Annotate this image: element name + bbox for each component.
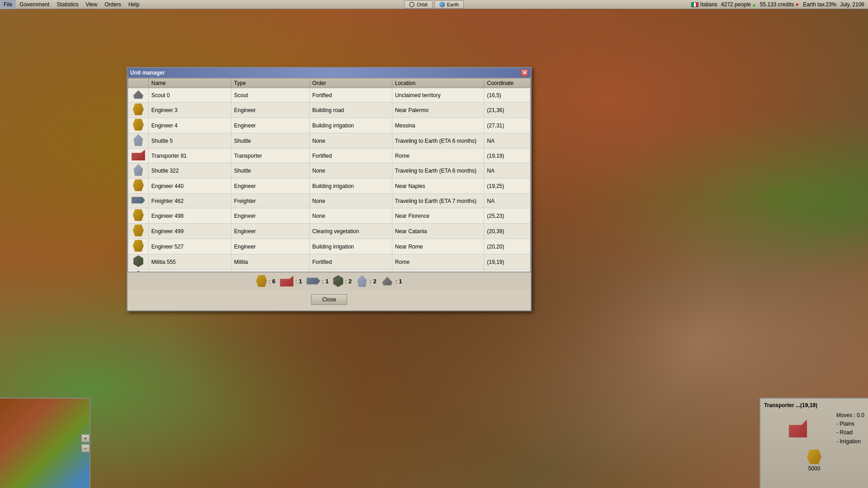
unit-coordinate: (25,23) bbox=[484, 208, 530, 224]
table-row[interactable]: Engineer 440EngineerBuilding irrigationN… bbox=[128, 178, 530, 194]
italian-flag bbox=[691, 2, 698, 7]
unit-name: Shuttle 5 bbox=[148, 133, 231, 149]
unit-icon-freighter bbox=[132, 195, 145, 206]
unit-info-icon bbox=[789, 419, 807, 437]
window-close-button[interactable]: ✕ bbox=[521, 69, 528, 76]
unit-icon-shuttle bbox=[132, 134, 144, 146]
summary-colon2: : bbox=[295, 278, 297, 285]
close-btn-container: Close bbox=[127, 290, 531, 310]
table-row[interactable]: Engineer 498EngineerNoneNear Florence(25… bbox=[128, 208, 530, 224]
top-center-buttons: Orbit Earth bbox=[404, 0, 464, 9]
unit-order: Fortified bbox=[309, 88, 392, 103]
unit-location: Rome bbox=[392, 254, 484, 270]
summary-engineer-count: 6 bbox=[272, 278, 275, 285]
unit-coordinate: NA bbox=[484, 194, 530, 208]
mini-map: + − bbox=[0, 398, 90, 488]
unit-coordinate: (27,31) bbox=[484, 118, 530, 133]
unit-location: Near Rome bbox=[392, 239, 484, 254]
menu-help[interactable]: Help bbox=[125, 0, 143, 9]
close-button[interactable]: Close bbox=[311, 294, 348, 305]
unit-type: Shuttle bbox=[231, 163, 309, 178]
unit-coordinate: (19,19) bbox=[484, 149, 530, 163]
unit-name: Engineer 527 bbox=[148, 239, 231, 254]
unit-name: Engineer 3 bbox=[148, 103, 231, 118]
window-title: Unit manager bbox=[130, 70, 165, 76]
unit-order: None bbox=[309, 133, 392, 149]
table-row[interactable]: Engineer 4EngineerBuilding irrigationMes… bbox=[128, 118, 530, 133]
summary-colon6: : bbox=[396, 278, 397, 285]
unit-icon-cell bbox=[128, 208, 149, 224]
unit-order: None bbox=[309, 208, 392, 224]
table-row[interactable]: Militia 555MilitiaFortifiedRome(19,19) bbox=[128, 254, 530, 270]
window-titlebar: Unit manager ✕ bbox=[127, 68, 531, 78]
unit-table-wrapper[interactable]: Name Type Order Location Coordinate Scou… bbox=[127, 78, 531, 272]
table-row[interactable]: Shuttle 5ShuttleNoneTraveling to Earth (… bbox=[128, 133, 530, 149]
unit-order: Building irrigation bbox=[309, 178, 392, 194]
menu-government[interactable]: Government bbox=[16, 0, 53, 9]
unit-location: Near Palermo bbox=[392, 103, 484, 118]
unit-info-details: Moves : 0.0 - Plains - Road - Irrigation bbox=[836, 411, 864, 446]
unit-order: None bbox=[309, 194, 392, 208]
summary-scout-icon bbox=[381, 276, 394, 286]
unit-icon-cell bbox=[128, 178, 149, 194]
menu-file[interactable]: File bbox=[0, 0, 16, 9]
menu-statistics[interactable]: Statistics bbox=[53, 0, 82, 9]
earth-button[interactable]: Earth bbox=[434, 0, 464, 9]
unit-name: Shuttle 322 bbox=[148, 163, 231, 178]
unit-name: Transporter 81 bbox=[148, 149, 231, 163]
unit-type: Engineer bbox=[231, 224, 309, 239]
summary-engineer-icon bbox=[256, 275, 267, 287]
table-row[interactable]: Scout 0ScoutFortifiedUnclaimed territory… bbox=[128, 88, 530, 103]
summary-engineers: : 6 bbox=[256, 275, 275, 287]
population-count: 4272 people bbox=[721, 1, 751, 8]
unit-type: Engineer bbox=[231, 239, 309, 254]
unit-location: Messina bbox=[392, 118, 484, 133]
unit-order: Building road bbox=[309, 103, 392, 118]
summary-militia-count: 2 bbox=[349, 278, 352, 285]
unit-coordinate: (21,36) bbox=[484, 103, 530, 118]
summary-colon4: : bbox=[345, 278, 347, 285]
nav-zoom-out[interactable]: − bbox=[81, 444, 90, 452]
table-row[interactable]: Engineer 527EngineerBuilding irrigationN… bbox=[128, 239, 530, 254]
unit-terrain1: - Plains bbox=[836, 420, 864, 428]
summary-transporter-count: 1 bbox=[299, 278, 302, 285]
unit-order: Clearing vegetation bbox=[309, 224, 392, 239]
orbit-icon bbox=[409, 2, 415, 7]
table-header-row: Name Type Order Location Coordinate bbox=[128, 79, 530, 88]
summary-colon5: : bbox=[370, 278, 372, 285]
unit-coordinate: NA bbox=[484, 133, 530, 149]
table-row[interactable]: Engineer 3EngineerBuilding roadNear Pale… bbox=[128, 103, 530, 118]
unit-coordinate: (19,19) bbox=[484, 254, 530, 270]
unit-icon-transporter bbox=[132, 150, 145, 160]
summary-colon1: : bbox=[269, 278, 270, 285]
unit-icon-cell bbox=[128, 118, 149, 133]
credits-trend-icon: ▼ bbox=[795, 2, 799, 7]
unit-icon-cell bbox=[128, 88, 149, 103]
menu-orders[interactable]: Orders bbox=[101, 0, 125, 9]
unit-icon-engineer bbox=[133, 225, 144, 236]
orbit-button[interactable]: Orbit bbox=[404, 0, 433, 9]
table-row[interactable]: Transporter 81TransporterFortifiedRome(1… bbox=[128, 149, 530, 163]
unit-icon-engineer bbox=[133, 119, 144, 131]
unit-name: Militia 555 bbox=[148, 254, 231, 270]
unit-icon-engineer bbox=[133, 240, 144, 252]
tax-label: Earth tax bbox=[803, 1, 825, 8]
unit-type: Engineer bbox=[231, 118, 309, 133]
unit-coordinate: (19,25) bbox=[484, 178, 530, 194]
summary-shuttle-count: 2 bbox=[373, 278, 376, 285]
menu-view[interactable]: View bbox=[82, 0, 101, 9]
table-row[interactable]: Shuttle 322ShuttleNoneTraveling to Earth… bbox=[128, 163, 530, 178]
summary-bar: : 6 : 1 : 1 : 2 : 2 : 1 bbox=[127, 272, 531, 290]
summary-militia-icon bbox=[333, 275, 343, 287]
nav-zoom-in[interactable]: + bbox=[81, 434, 90, 442]
unit-location: Traveling to Earth (ETA 6 months) bbox=[392, 133, 484, 149]
unit-type: Shuttle bbox=[231, 133, 309, 149]
unit-name: Engineer 440 bbox=[148, 178, 231, 194]
table-row[interactable]: Freighter 462FreighterNoneTraveling to E… bbox=[128, 194, 530, 208]
unit-name: Engineer 498 bbox=[148, 208, 231, 224]
unit-terrain3: - Irrigation bbox=[836, 437, 864, 446]
table-row[interactable]: Engineer 499EngineerClearing vegetationN… bbox=[128, 224, 530, 239]
unit-order: Fortified bbox=[309, 149, 392, 163]
col-header-name: Name bbox=[148, 79, 231, 88]
unit-icon-cell bbox=[128, 254, 149, 270]
